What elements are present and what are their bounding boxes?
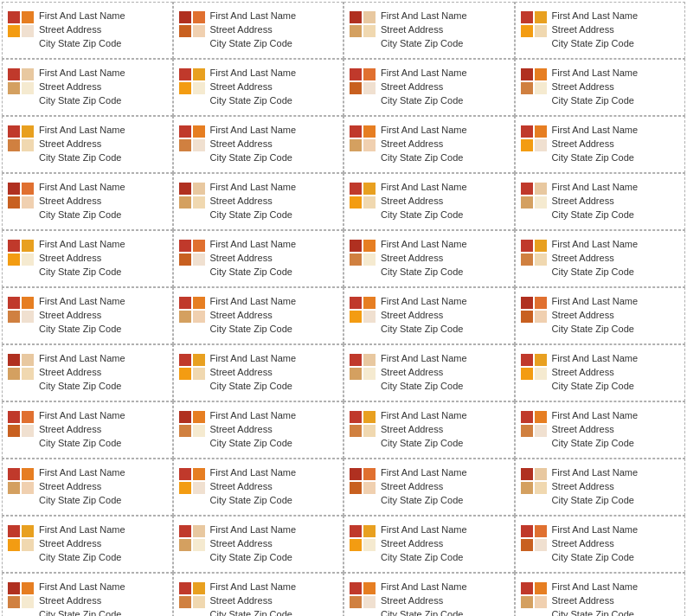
contact-card[interactable]: First And Last NameStreet AddressCity St… [173, 59, 344, 116]
contact-card[interactable]: First And Last NameStreet AddressCity St… [515, 516, 686, 573]
contact-card[interactable]: First And Last NameStreet AddressCity St… [2, 173, 173, 230]
avatar-square-top-right [535, 525, 547, 537]
contact-card[interactable]: First And Last NameStreet AddressCity St… [344, 344, 515, 401]
contact-card[interactable]: First And Last NameStreet AddressCity St… [344, 287, 515, 344]
contact-card[interactable]: First And Last NameStreet AddressCity St… [344, 573, 515, 616]
contact-name: First And Last Name [210, 523, 297, 537]
avatar-square-bottom-left [8, 539, 20, 551]
contact-card[interactable]: First And Last NameStreet AddressCity St… [2, 230, 173, 287]
contact-card[interactable]: First And Last NameStreet AddressCity St… [173, 116, 344, 173]
contact-card[interactable]: First And Last NameStreet AddressCity St… [173, 401, 344, 459]
contact-city: City State Zip Code [210, 551, 297, 565]
contact-card[interactable]: First And Last NameStreet AddressCity St… [515, 459, 686, 516]
contact-address: Street Address [552, 537, 639, 551]
contact-name: First And Last Name [39, 581, 125, 594]
contact-card[interactable]: First And Last NameStreet AddressCity St… [2, 59, 173, 116]
avatar-square-bottom-right [363, 596, 376, 608]
contact-address: Street Address [381, 366, 467, 380]
contact-info: First And Last NameStreet AddressCity St… [381, 295, 467, 337]
contact-card[interactable]: First And Last NameStreet AddressCity St… [173, 230, 344, 287]
avatar-square-bottom-left [350, 82, 362, 94]
contact-card[interactable]: First And Last NameStreet AddressCity St… [515, 230, 686, 287]
contact-card[interactable]: First And Last NameStreet AddressCity St… [344, 116, 515, 173]
contact-city: City State Zip Code [39, 608, 125, 616]
contact-address: Street Address [381, 23, 467, 37]
contact-info: First And Last NameStreet AddressCity St… [210, 523, 297, 565]
contact-card[interactable]: First And Last NameStreet AddressCity St… [173, 573, 344, 616]
contact-name: First And Last Name [552, 295, 639, 309]
contact-card[interactable]: First And Last NameStreet AddressCity St… [173, 173, 344, 230]
contact-card[interactable]: First And Last NameStreet AddressCity St… [2, 116, 173, 173]
avatar-square-bottom-left [8, 82, 20, 94]
contact-card[interactable]: First And Last NameStreet AddressCity St… [515, 573, 686, 616]
avatar-square-bottom-right [363, 539, 376, 551]
contact-card[interactable]: First And Last NameStreet AddressCity St… [515, 2, 686, 59]
contact-name: First And Last Name [210, 409, 297, 423]
avatar-square-top-right [535, 240, 547, 252]
contact-card[interactable]: First And Last NameStreet AddressCity St… [344, 459, 515, 516]
contact-card[interactable]: First And Last NameStreet AddressCity St… [2, 516, 173, 573]
avatar-square-bottom-right [363, 196, 376, 209]
contact-address: Street Address [381, 138, 467, 151]
contact-card[interactable]: First And Last NameStreet AddressCity St… [173, 287, 344, 344]
contact-card[interactable]: First And Last NameStreet AddressCity St… [515, 116, 686, 173]
contact-city: City State Zip Code [552, 37, 639, 51]
contact-info: First And Last NameStreet AddressCity St… [39, 181, 125, 222]
contact-card[interactable]: First And Last NameStreet AddressCity St… [2, 2, 173, 59]
avatar-square-bottom-left [179, 596, 191, 608]
contact-address: Street Address [552, 594, 639, 608]
avatar-square-top-left [179, 525, 191, 537]
contact-card[interactable]: First And Last NameStreet AddressCity St… [2, 401, 173, 459]
contact-card[interactable]: First And Last NameStreet AddressCity St… [2, 459, 173, 516]
contact-card[interactable]: First And Last NameStreet AddressCity St… [344, 516, 515, 573]
contact-card[interactable]: First And Last NameStreet AddressCity St… [344, 2, 515, 59]
avatar-square-top-right [22, 68, 34, 80]
avatar-square-top-right [22, 468, 34, 480]
contact-card[interactable]: First And Last NameStreet AddressCity St… [515, 401, 686, 459]
contact-address: Street Address [552, 23, 639, 37]
avatar [8, 240, 34, 266]
avatar-square-bottom-right [193, 482, 205, 494]
avatar-square-bottom-left [8, 25, 20, 37]
contact-name: First And Last Name [381, 352, 467, 366]
avatar-square-bottom-left [521, 425, 533, 437]
contact-card[interactable]: First And Last NameStreet AddressCity St… [515, 344, 686, 401]
contact-address: Street Address [552, 80, 639, 94]
contact-card[interactable]: First And Last NameStreet AddressCity St… [515, 287, 686, 344]
avatar-square-bottom-right [193, 253, 205, 266]
contact-card[interactable]: First And Last NameStreet AddressCity St… [173, 344, 344, 401]
contact-card[interactable]: First And Last NameStreet AddressCity St… [2, 287, 173, 344]
contact-card[interactable]: First And Last NameStreet AddressCity St… [515, 173, 686, 230]
avatar-square-bottom-left [350, 253, 362, 266]
contact-card[interactable]: First And Last NameStreet AddressCity St… [173, 2, 344, 59]
contact-card[interactable]: First And Last NameStreet AddressCity St… [344, 230, 515, 287]
contact-city: City State Zip Code [39, 437, 125, 451]
contact-address: Street Address [210, 423, 297, 437]
avatar-square-top-right [535, 297, 547, 309]
contact-card[interactable]: First And Last NameStreet AddressCity St… [344, 59, 515, 116]
contact-address: Street Address [552, 195, 639, 209]
contact-name: First And Last Name [381, 238, 467, 252]
contact-card[interactable]: First And Last NameStreet AddressCity St… [2, 344, 173, 401]
avatar-square-top-left [521, 354, 533, 366]
contact-address: Street Address [381, 480, 467, 494]
contact-card[interactable]: First And Last NameStreet AddressCity St… [173, 459, 344, 516]
contact-info: First And Last NameStreet AddressCity St… [210, 181, 297, 222]
contact-name: First And Last Name [210, 581, 297, 594]
contact-card[interactable]: First And Last NameStreet AddressCity St… [515, 59, 686, 116]
contact-card[interactable]: First And Last NameStreet AddressCity St… [344, 401, 515, 459]
contact-name: First And Last Name [39, 238, 125, 252]
contact-card[interactable]: First And Last NameStreet AddressCity St… [173, 516, 344, 573]
avatar-square-top-left [179, 183, 191, 195]
avatar [350, 11, 376, 37]
contact-name: First And Last Name [552, 466, 639, 480]
contact-address: Street Address [39, 138, 125, 151]
avatar-square-top-left [350, 125, 362, 138]
avatar-square-bottom-right [535, 253, 547, 266]
contact-city: City State Zip Code [39, 551, 125, 565]
contact-card[interactable]: First And Last NameStreet AddressCity St… [344, 173, 515, 230]
contact-info: First And Last NameStreet AddressCity St… [210, 124, 297, 165]
avatar-square-top-left [350, 525, 362, 537]
contact-card[interactable]: First And Last NameStreet AddressCity St… [2, 573, 173, 616]
contact-name: First And Last Name [210, 10, 297, 23]
